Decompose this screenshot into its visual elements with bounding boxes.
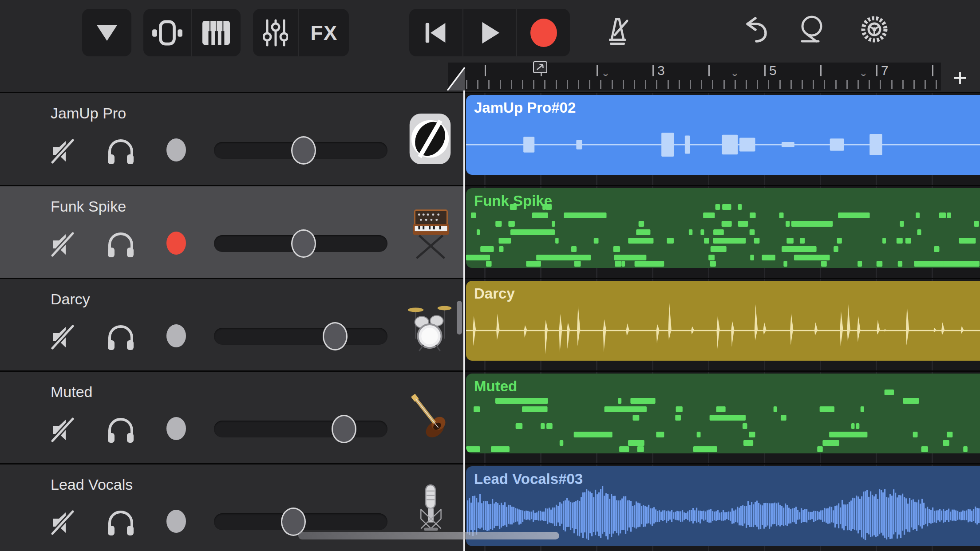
track-header[interactable]: Darcy — [0, 279, 463, 371]
play-icon — [478, 20, 502, 45]
solo-headphones-icon[interactable] — [107, 416, 135, 444]
track-controls-button[interactable] — [253, 9, 298, 56]
live-loops-view-button[interactable] — [143, 9, 191, 56]
mute-icon[interactable] — [50, 508, 80, 537]
instrument-icon-drums[interactable] — [405, 291, 455, 359]
track-header[interactable]: JamUp Pro — [0, 93, 463, 185]
tracks-area: JamUp Pro#02 JamUp Pro — [0, 92, 980, 551]
record-enable-dot[interactable] — [166, 324, 186, 347]
record-enable-dot[interactable] — [166, 417, 186, 440]
record-icon — [530, 19, 557, 47]
mixer-sliders-icon — [263, 19, 288, 47]
track-display-toggle-button[interactable] — [82, 9, 131, 56]
instrument-icon-synth[interactable] — [405, 199, 455, 266]
undo-button[interactable] — [738, 15, 769, 43]
region[interactable]: Muted — [466, 374, 980, 453]
region[interactable]: JamUp Pro#02 — [466, 95, 980, 175]
region-label: Darcy — [474, 285, 515, 302]
track-name: JamUp Pro — [51, 105, 126, 122]
track-name: Funk Spike — [51, 198, 126, 215]
region-label: Muted — [474, 378, 517, 395]
ruler-measure-number: 5 — [769, 63, 777, 78]
metronome-icon — [601, 15, 633, 47]
volume-slider[interactable] — [214, 421, 387, 437]
horizontal-scrollbar[interactable] — [298, 532, 559, 539]
rewind-icon — [423, 21, 448, 44]
timeline-marker-handle[interactable] — [533, 61, 547, 73]
solo-headphones-icon[interactable] — [107, 509, 135, 536]
region[interactable]: Funk Spike — [466, 188, 980, 268]
instrument-icon-jamup[interactable] — [405, 106, 455, 173]
solo-headphones-icon[interactable] — [107, 323, 135, 351]
volume-knob[interactable] — [323, 322, 348, 350]
vertical-scrollbar[interactable] — [457, 301, 462, 335]
track-row: JamUp Pro#02 JamUp Pro — [0, 92, 980, 185]
live-loops-grid-icon — [152, 19, 183, 47]
loop-browser-icon — [796, 14, 826, 44]
metronome-button[interactable] — [601, 14, 633, 47]
mute-icon[interactable] — [50, 230, 80, 259]
track-header[interactable]: Funk Spike — [0, 186, 463, 278]
add-track-button[interactable]: + — [947, 65, 973, 91]
record-enable-dot[interactable] — [166, 138, 186, 161]
region-midi-notes — [466, 374, 980, 453]
record-enable-dot[interactable] — [166, 510, 186, 533]
solo-headphones-icon[interactable] — [107, 231, 135, 258]
record-enable-dot[interactable] — [166, 232, 186, 255]
track-row: Muted Muted — [0, 370, 980, 464]
view-toggle-group — [143, 9, 241, 56]
timeline-ruler[interactable]: 357˘˘˘ — [448, 63, 941, 91]
chevron-down-icon — [95, 23, 119, 43]
track-header[interactable]: Muted — [0, 372, 463, 464]
track-name: Darcy — [51, 291, 90, 308]
mixer-fx-group: FX — [253, 9, 349, 56]
volume-knob[interactable] — [291, 229, 316, 258]
loop-browser-button[interactable] — [796, 13, 827, 44]
region-label: JamUp Pro#02 — [474, 99, 576, 116]
settings-button[interactable] — [858, 13, 890, 45]
track-row: Darcy Darcy — [0, 278, 980, 371]
play-button[interactable] — [462, 9, 516, 56]
undo-icon — [738, 16, 768, 43]
playhead-line[interactable] — [463, 91, 465, 551]
gear-icon — [859, 14, 890, 45]
garageband-window: FX — [0, 0, 980, 551]
piano-keys-icon — [202, 20, 230, 45]
volume-knob[interactable] — [291, 136, 316, 165]
mute-icon[interactable] — [50, 323, 80, 351]
ruler-measure-number: 3 — [657, 63, 665, 78]
playhead-handle[interactable] — [444, 63, 466, 91]
region-label: Funk Spike — [474, 193, 552, 209]
arrow-up-right-icon — [535, 63, 545, 71]
volume-knob[interactable] — [332, 415, 356, 443]
volume-slider[interactable] — [214, 328, 387, 345]
transport-controls — [409, 9, 570, 56]
track-name: Lead Vocals — [51, 476, 133, 493]
record-button[interactable] — [516, 9, 570, 56]
solo-headphones-icon[interactable] — [107, 138, 135, 165]
ruler-measure-number: 7 — [881, 63, 889, 78]
mute-icon[interactable] — [50, 137, 80, 165]
track-name: Muted — [51, 383, 93, 401]
fx-button[interactable]: FX — [298, 9, 349, 56]
rewind-button[interactable] — [409, 9, 462, 56]
track-row: Funk Spike Funk Spike — [0, 185, 980, 278]
mute-icon[interactable] — [50, 416, 80, 444]
instrument-icon-bass[interactable] — [405, 384, 455, 452]
tracks-view-button[interactable] — [191, 9, 241, 56]
region-waveform — [466, 281, 980, 361]
region-label: Lead Vocals#03 — [474, 471, 583, 488]
region[interactable]: Darcy — [466, 281, 980, 361]
fx-label: FX — [311, 21, 338, 45]
